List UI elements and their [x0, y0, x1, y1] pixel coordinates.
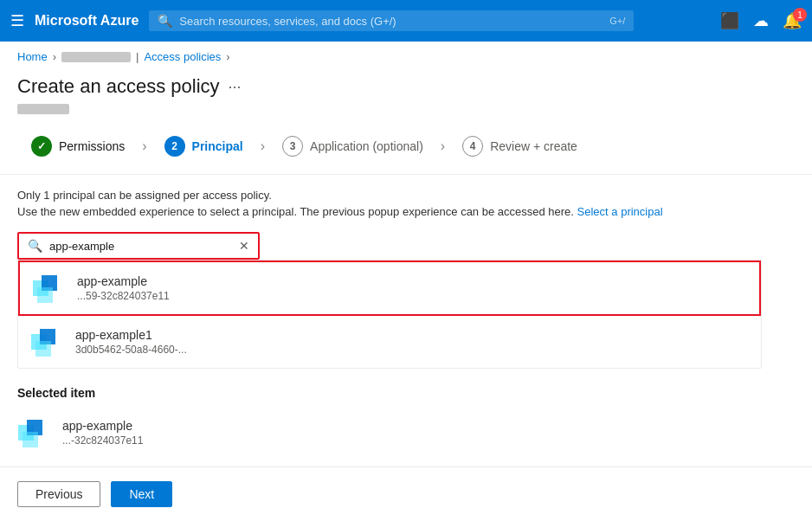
- step-review-create[interactable]: 4 Review + create: [448, 129, 591, 164]
- step-1-label: Permissions: [59, 139, 125, 153]
- result-2-name: app-example1: [75, 328, 187, 342]
- info-line-2: Use the new embedded experience to selec…: [17, 205, 795, 218]
- notifications-icon[interactable]: 🔔 1: [783, 11, 802, 30]
- select-principal-link[interactable]: Select a principal: [577, 205, 663, 218]
- result-item-app-example[interactable]: app-example ...59-32c824037e11: [18, 260, 761, 316]
- principal-search-container[interactable]: 🔍 ✕: [17, 232, 260, 260]
- breadcrumb: Home › | Access policies ›: [0, 42, 812, 68]
- search-results-list: app-example ...59-32c824037e11 app-examp…: [17, 260, 762, 369]
- step-principal[interactable]: 2 Principal: [151, 129, 257, 164]
- nav-icons: ⬛ ☁ 🔔 1: [720, 11, 802, 30]
- ellipsis-menu-button[interactable]: ···: [229, 78, 242, 96]
- app-icon-2: [30, 325, 65, 359]
- svg-rect-8: [23, 432, 38, 447]
- selected-section-title: Selected item: [17, 386, 795, 400]
- terminal-icon[interactable]: ⬛: [720, 11, 739, 30]
- notification-badge: 1: [793, 8, 807, 22]
- settings-icon[interactable]: ☁: [753, 11, 769, 30]
- info-line-1: Only 1 principal can be assigned per acc…: [17, 189, 795, 202]
- breadcrumb-access-policies[interactable]: Access policies: [144, 50, 221, 63]
- clear-search-icon[interactable]: ✕: [239, 239, 249, 253]
- step-permissions[interactable]: ✓ Permissions: [17, 129, 139, 164]
- result-1-name: app-example: [77, 274, 170, 288]
- wizard-button-row: Previous Next: [0, 466, 812, 471]
- svg-rect-2: [37, 287, 53, 303]
- selected-app-icon: [17, 415, 52, 450]
- breadcrumb-parent-redacted: [61, 52, 131, 62]
- hamburger-menu[interactable]: ☰: [10, 11, 24, 30]
- brand-title: Microsoft Azure: [35, 13, 139, 29]
- result-1-info: app-example ...59-32c824037e11: [77, 274, 170, 302]
- breadcrumb-home[interactable]: Home: [17, 50, 48, 63]
- selected-name: app-example: [62, 419, 143, 433]
- global-search-input[interactable]: [179, 15, 603, 28]
- result-2-info: app-example1 3d0b5462-50a8-4660-...: [75, 328, 187, 356]
- step-3-circle: 3: [282, 136, 303, 157]
- step-2-circle: 2: [164, 136, 185, 157]
- step-4-circle: 4: [462, 136, 483, 157]
- selected-item: app-example ...-32c824037e11: [17, 408, 795, 457]
- step-1-circle: ✓: [31, 136, 52, 157]
- wizard-steps: ✓ Permissions › 2 Principal › 3 Applicat…: [0, 115, 812, 175]
- step-4-label: Review + create: [490, 139, 577, 153]
- subtitle-tag-redacted: [17, 104, 69, 114]
- search-icon: 🔍: [158, 14, 172, 28]
- step-application[interactable]: 3 Application (optional): [268, 129, 437, 164]
- page-header: Create an access policy ···: [0, 68, 812, 101]
- page-title: Create an access policy: [17, 75, 220, 98]
- main-content: Only 1 principal can be assigned per acc…: [0, 175, 812, 471]
- selected-item-section: Selected item app-example ...-32c824037e…: [17, 386, 795, 457]
- svg-rect-5: [35, 341, 51, 357]
- principal-search-input[interactable]: [49, 240, 232, 253]
- top-navigation: ☰ Microsoft Azure 🔍 G+/ ⬛ ☁ 🔔 1: [0, 0, 812, 42]
- app-icon-1: [32, 271, 67, 306]
- search-icon: 🔍: [28, 239, 42, 253]
- global-search-bar[interactable]: 🔍 G+/: [149, 10, 634, 31]
- result-1-id: ...59-32c824037e11: [77, 290, 170, 302]
- step-3-label: Application (optional): [310, 139, 423, 153]
- selected-info: app-example ...-32c824037e11: [62, 419, 143, 447]
- result-item-app-example1[interactable]: app-example1 3d0b5462-50a8-4660-...: [18, 316, 761, 368]
- shortcut-hint: G+/: [609, 16, 625, 26]
- selected-id: ...-32c824037e11: [62, 434, 143, 447]
- step-2-label: Principal: [192, 139, 243, 153]
- result-2-id: 3d0b5462-50a8-4660-...: [75, 344, 187, 356]
